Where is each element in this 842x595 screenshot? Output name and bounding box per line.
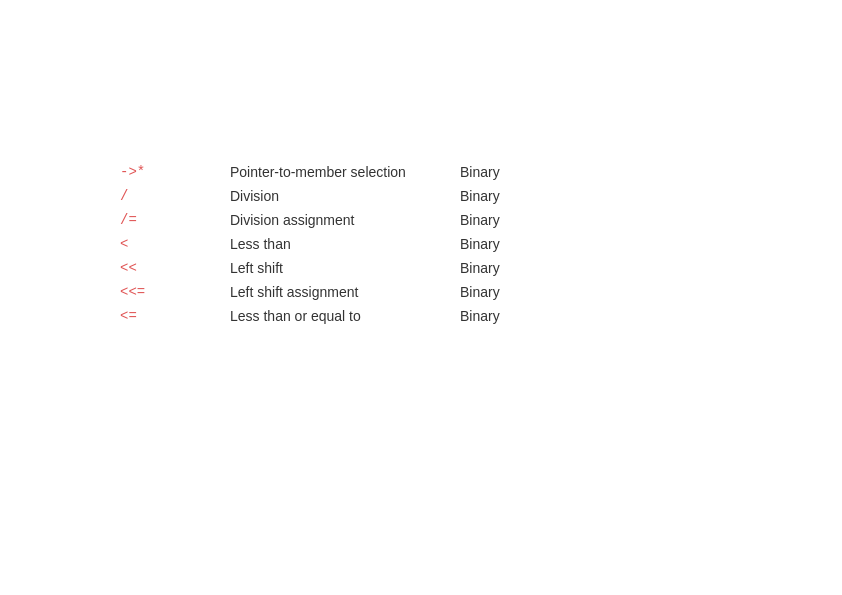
table-row: <Less thanBinary — [120, 232, 540, 256]
operator-cell: <= — [120, 304, 230, 328]
operator-cell: / — [120, 184, 230, 208]
table-row: ->*Pointer-to-member selectionBinary — [120, 160, 540, 184]
type-cell: Binary — [460, 160, 540, 184]
type-cell: Binary — [460, 256, 540, 280]
description-cell: Left shift assignment — [230, 280, 460, 304]
description-cell: Less than or equal to — [230, 304, 460, 328]
description-cell: Less than — [230, 232, 460, 256]
description-cell: Left shift — [230, 256, 460, 280]
operator-cell: ->* — [120, 160, 230, 184]
operator-cell: <<= — [120, 280, 230, 304]
table-row: /DivisionBinary — [120, 184, 540, 208]
operator-cell: << — [120, 256, 230, 280]
type-cell: Binary — [460, 304, 540, 328]
table-row: <<Left shiftBinary — [120, 256, 540, 280]
description-cell: Pointer-to-member selection — [230, 160, 460, 184]
operators-table: ->*Pointer-to-member selectionBinary/Div… — [120, 160, 540, 328]
type-cell: Binary — [460, 184, 540, 208]
type-cell: Binary — [460, 232, 540, 256]
description-cell: Division — [230, 184, 460, 208]
type-cell: Binary — [460, 208, 540, 232]
description-cell: Division assignment — [230, 208, 460, 232]
main-content: ->*Pointer-to-member selectionBinary/Div… — [120, 160, 540, 328]
operator-cell: /= — [120, 208, 230, 232]
table-row: <<=Left shift assignmentBinary — [120, 280, 540, 304]
operator-cell: < — [120, 232, 230, 256]
table-row: /=Division assignmentBinary — [120, 208, 540, 232]
table-row: <=Less than or equal toBinary — [120, 304, 540, 328]
type-cell: Binary — [460, 280, 540, 304]
